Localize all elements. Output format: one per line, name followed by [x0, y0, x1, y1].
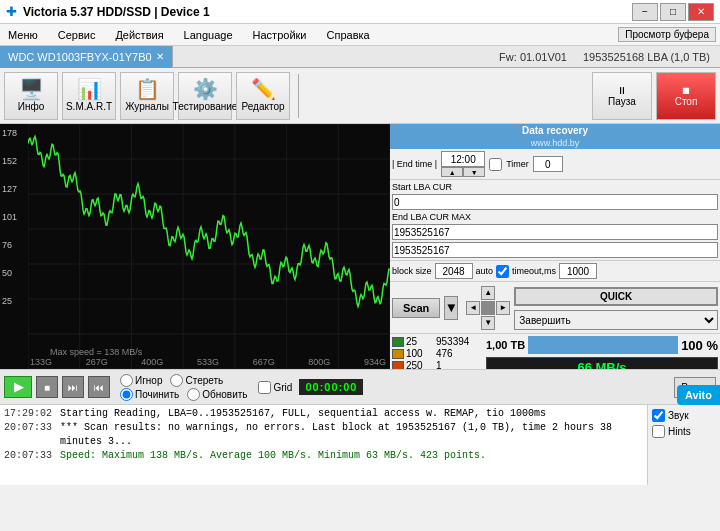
info-button[interactable]: 🖥️ Инфо [4, 72, 58, 120]
fw-version: Fw: 01.01V01 [499, 51, 567, 63]
menu-service[interactable]: Сервис [54, 28, 100, 42]
maximize-button[interactable]: □ [660, 3, 686, 21]
percent-label: 100 % [681, 338, 718, 353]
fix-radio[interactable] [120, 388, 133, 401]
menu-actions[interactable]: Действия [111, 28, 167, 42]
nav-arrows: ▲ ◄ ► ▼ [466, 286, 510, 330]
finish-dropdown[interactable]: Завершить [514, 310, 718, 330]
data-recovery-header: Data recovery [390, 124, 720, 137]
quick-button[interactable]: QUICK [514, 287, 718, 306]
end-time-control: ▲ ▼ [441, 151, 485, 177]
menu-settings[interactable]: Настройки [249, 28, 311, 42]
time-section: | End time | ▲ ▼ Timer [390, 149, 720, 180]
nav-up[interactable]: ▲ [481, 286, 495, 300]
testing-label: Тестирование [173, 101, 238, 112]
title-bar: ✚ Victoria 5.37 HDD/SSD | Device 1 − □ ✕ [0, 0, 720, 24]
action-controls: ▶ ■ ⏭ ⏮ Игнор Стереть Починить [0, 369, 720, 405]
y-label-101: 101 [2, 212, 17, 222]
stop-small-button[interactable]: ■ [36, 376, 58, 398]
editor-button[interactable]: ✏️ Редактор [236, 72, 290, 120]
chart-area: 178 152 127 101 76 50 25 Full scan, sequ… [0, 124, 390, 369]
timer-input[interactable] [533, 156, 563, 172]
fix-label: Починить [135, 389, 179, 400]
end-lba-max-input[interactable] [392, 242, 718, 258]
timer-checkbox[interactable] [489, 158, 502, 171]
info-icon: 🖥️ [19, 79, 44, 99]
minimize-button[interactable]: − [632, 3, 658, 21]
nav-left[interactable]: ◄ [466, 301, 480, 315]
nav-down[interactable]: ▼ [481, 316, 495, 330]
smart-icon: 📊 [77, 79, 102, 99]
app-icon: ✚ [6, 4, 17, 19]
close-button[interactable]: ✕ [688, 3, 714, 21]
hints-checkbox[interactable] [652, 425, 665, 438]
time-display: 00:00:00 [299, 379, 363, 395]
stop-button[interactable]: ⏹ Стоп [656, 72, 716, 120]
menu-menu[interactable]: Меню [4, 28, 42, 42]
testing-button[interactable]: ⚙️ Тестирование [178, 72, 232, 120]
toolbar: 🖥️ Инфо 📊 S.M.A.R.T 📋 Журналы ⚙️ Тестиро… [0, 68, 720, 124]
stat-color-25 [392, 337, 404, 347]
update-label: Обновить [202, 389, 247, 400]
ignore-radio-row: Игнор [120, 374, 162, 387]
end-time-up[interactable]: ▲ [441, 167, 463, 177]
stats-right: 1,00 TB 100 % 66 MB/s [486, 336, 718, 369]
erase-radio-row: Стереть [170, 374, 223, 387]
info-label: Инфо [18, 101, 45, 112]
chart-canvas [28, 124, 390, 369]
erase-label: Стереть [185, 375, 223, 386]
scan-button[interactable]: Scan [392, 298, 440, 318]
block-size-input[interactable] [435, 263, 473, 279]
start-lba-input[interactable] [392, 194, 718, 210]
grid-label: Grid [274, 382, 293, 393]
log-time-2: 20:07:33 [4, 421, 54, 449]
avito-badge: Avito [677, 385, 720, 405]
stat-label-100: 100 [406, 348, 434, 359]
update-radio[interactable] [187, 388, 200, 401]
play-button[interactable]: ▶ [4, 376, 32, 398]
timeout-input[interactable] [559, 263, 597, 279]
data-recovery-url: www.hdd.by [390, 137, 720, 149]
middle-right-panel: Data recovery www.hdd.by | End time | ▲ … [390, 124, 720, 369]
auto-label: auto [476, 266, 494, 276]
smart-button[interactable]: 📊 S.M.A.R.T [62, 72, 116, 120]
journals-button[interactable]: 📋 Журналы [120, 72, 174, 120]
end-time-down[interactable]: ▼ [463, 167, 485, 177]
skip-end-button[interactable]: ⏭ [62, 376, 84, 398]
preview-buffer-button[interactable]: Просмотр буфера [618, 27, 716, 42]
scan-dropdown-button[interactable]: ▼ [444, 296, 458, 320]
timeout-label: timeout,ms [512, 266, 556, 276]
menu-right: Просмотр буфера [618, 27, 716, 42]
menu-help[interactable]: Справка [323, 28, 374, 42]
scan-right: QUICK Завершить [514, 285, 718, 330]
lba-section: Start LBA CUR End LBA CUR MAX [390, 180, 720, 261]
stat-value-100: 476 [436, 348, 453, 359]
action-radios: Игнор Стереть Починить Обновить [120, 374, 248, 401]
end-lba-input[interactable] [392, 224, 718, 240]
erase-radio[interactable] [170, 374, 183, 387]
end-lba-row: End LBA CUR MAX [392, 212, 718, 222]
drive-tab-close[interactable]: ✕ [156, 51, 164, 62]
drive-tab[interactable]: WDC WD1003FBYX-01Y7B0 ✕ [0, 46, 173, 68]
x-label-400g: 400G [141, 357, 163, 367]
sound-checkbox[interactable] [652, 409, 665, 422]
progress-section: 1,00 TB 100 % [486, 336, 718, 354]
stop-label: Стоп [675, 96, 698, 107]
end-time-input[interactable] [441, 151, 485, 167]
nav-right[interactable]: ► [496, 301, 510, 315]
log-area[interactable]: 17:29:02 Starting Reading, LBA=0..195352… [0, 405, 648, 485]
stats-left: 25 953394 100 476 250 1 [392, 336, 482, 369]
x-label-667g: 667G [253, 357, 275, 367]
timer-label: Timer [506, 159, 529, 169]
stat-value-25: 953394 [436, 336, 469, 347]
ignore-radio[interactable] [120, 374, 133, 387]
menu-language[interactable]: Language [180, 28, 237, 42]
pause-button[interactable]: ⏸ Пауза [592, 72, 652, 120]
grid-checkbox[interactable] [258, 381, 271, 394]
skip-start-button[interactable]: ⏮ [88, 376, 110, 398]
update-radio-row: Обновить [187, 388, 247, 401]
menu-bar: Меню Сервис Действия Language Настройки … [0, 24, 720, 46]
stop-icon: ⏹ [681, 85, 691, 96]
auto-checkbox[interactable] [496, 265, 509, 278]
progress-bar-outer [528, 336, 678, 354]
